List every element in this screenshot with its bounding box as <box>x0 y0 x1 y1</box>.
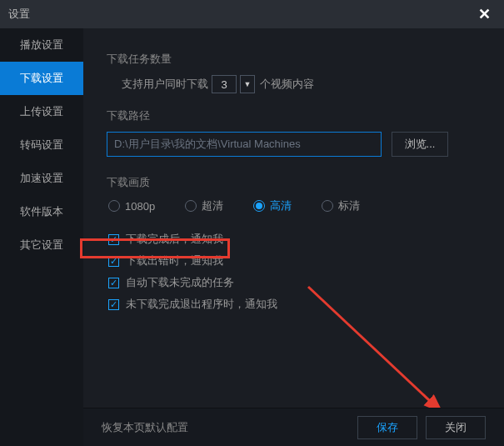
check-icon: ✓ <box>108 299 119 310</box>
window-title: 设置 <box>8 7 472 22</box>
sidebar-item-version[interactable]: 软件版本 <box>0 195 83 228</box>
path-input[interactable] <box>107 132 382 157</box>
close-button[interactable]: 关闭 <box>426 416 486 439</box>
sidebar-item-accelerate[interactable]: 加速设置 <box>0 162 83 195</box>
checkbox-notify-error[interactable]: ✓ 下载出错时，通知我 <box>108 250 481 272</box>
radio-label: 标清 <box>338 198 360 213</box>
concurrent-prefix: 支持用户同时下载 <box>122 77 208 92</box>
titlebar: 设置 ✕ <box>0 0 504 28</box>
check-icon: ✓ <box>108 256 119 267</box>
checkbox-notify-exit[interactable]: ✓ 未下载完成退出程序时，通知我 <box>108 293 481 315</box>
browse-button[interactable]: 浏览... <box>392 132 448 157</box>
radio-hd[interactable]: 超清 <box>185 198 223 213</box>
concurrent-row: 支持用户同时下载 3 ▼ 个视频内容 <box>122 75 481 93</box>
checkbox-notify-complete[interactable]: ✓ 下载完成后，通知我 <box>108 228 481 250</box>
checkbox-label: 下载完成后，通知我 <box>126 232 223 247</box>
quality-label: 下载画质 <box>107 175 481 190</box>
concurrent-suffix: 个视频内容 <box>260 77 314 92</box>
radio-label: 超清 <box>202 198 223 213</box>
path-row: 浏览... <box>107 132 481 157</box>
radio-icon <box>185 200 197 212</box>
radio-icon <box>322 200 333 212</box>
check-icon: ✓ <box>108 278 119 288</box>
concurrent-select[interactable]: 3 <box>212 75 237 93</box>
checkbox-label: 自动下载未完成的任务 <box>126 275 234 290</box>
sidebar: 播放设置 下载设置 上传设置 转码设置 加速设置 软件版本 其它设置 <box>0 28 83 446</box>
path-label: 下载路径 <box>107 108 481 123</box>
save-button[interactable]: 保存 <box>357 416 417 439</box>
checkbox-auto-resume[interactable]: ✓ 自动下载未完成的任务 <box>108 272 481 293</box>
sidebar-item-other[interactable]: 其它设置 <box>0 228 83 262</box>
restore-defaults-link[interactable]: 恢复本页默认配置 <box>102 420 349 435</box>
radio-label: 1080p <box>125 200 155 213</box>
radio-label: 高清 <box>270 198 292 213</box>
close-icon[interactable]: ✕ <box>472 3 496 26</box>
sidebar-item-transcode[interactable]: 转码设置 <box>0 128 83 162</box>
radio-icon <box>253 200 265 212</box>
tasks-label: 下载任务数量 <box>107 52 481 67</box>
radio-clear[interactable]: 高清 <box>253 198 292 213</box>
sidebar-item-download[interactable]: 下载设置 <box>0 62 83 95</box>
checkbox-label: 下载出错时，通知我 <box>126 253 223 268</box>
radio-icon <box>108 200 120 212</box>
radio-1080p[interactable]: 1080p <box>108 198 155 213</box>
sidebar-item-upload[interactable]: 上传设置 <box>0 95 83 128</box>
radio-sd[interactable]: 标清 <box>322 198 360 213</box>
footer: 恢复本页默认配置 保存 关闭 <box>83 408 504 446</box>
chevron-down-icon[interactable]: ▼ <box>240 75 255 93</box>
sidebar-item-play[interactable]: 播放设置 <box>0 28 83 62</box>
checkbox-group: ✓ 下载完成后，通知我 ✓ 下载出错时，通知我 ✓ 自动下载未完成的任务 ✓ 未… <box>108 228 481 315</box>
checkbox-label: 未下载完成退出程序时，通知我 <box>126 297 277 312</box>
content-pane: 下载任务数量 支持用户同时下载 3 ▼ 个视频内容 下载路径 浏览... 下载画… <box>83 28 504 446</box>
quality-radios: 1080p 超清 高清 标清 <box>108 198 481 213</box>
check-icon: ✓ <box>108 234 119 245</box>
main-area: 播放设置 下载设置 上传设置 转码设置 加速设置 软件版本 其它设置 下载任务数… <box>0 28 504 446</box>
